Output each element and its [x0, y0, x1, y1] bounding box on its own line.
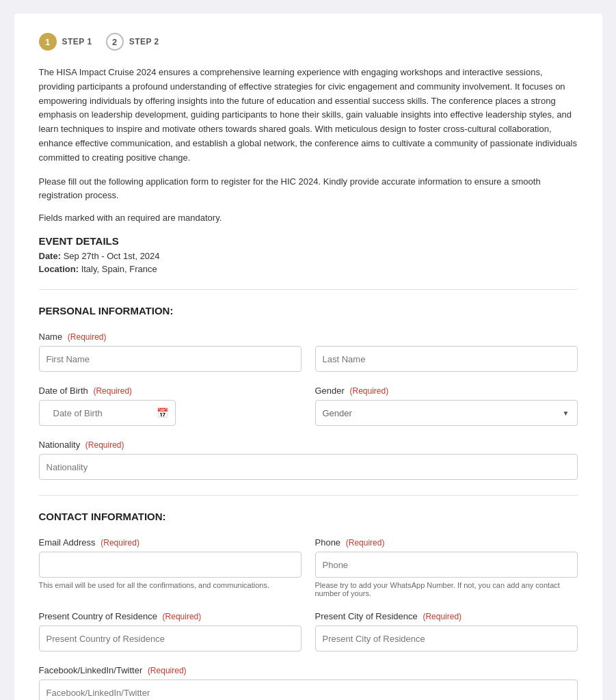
contact-info-title: CONTACT INFORMATION:: [39, 511, 578, 522]
event-date-label: Date:: [39, 251, 62, 261]
event-location-value: Italy, Spain, France: [81, 264, 157, 274]
name-required-tag: (Required): [68, 332, 107, 342]
contact-info-section: CONTACT INFORMATION: Email Address (Requ…: [39, 511, 578, 700]
name-label: Name (Required): [39, 332, 578, 342]
phone-hint: Please try to add your WhatsApp Number. …: [315, 581, 578, 597]
event-details-section: EVENT DETAILS Date: Sep 27th - Oct 1st, …: [39, 235, 578, 274]
country-required-tag: (Required): [163, 612, 202, 621]
email-label: Email Address (Required): [39, 537, 302, 548]
event-location: Location: Italy, Spain, France: [39, 264, 578, 274]
name-group: Name (Required): [39, 332, 578, 372]
country-input[interactable]: [39, 625, 302, 651]
email-required-tag: (Required): [101, 538, 139, 548]
dob-col: Date of Birth (Required) 📅: [39, 386, 302, 426]
divider-2: [39, 495, 578, 496]
city-input[interactable]: [315, 625, 578, 651]
personal-info-section: PERSONAL INFORMATION: Name (Required) Da…: [39, 305, 578, 480]
country-label: Present Country of Residence (Required): [39, 611, 302, 621]
event-date-value: Sep 27th - Oct 1st, 2024: [64, 251, 160, 261]
social-input[interactable]: [39, 679, 578, 700]
gender-select[interactable]: Gender Male Female Non-binary Prefer not…: [315, 400, 578, 426]
nationality-required-tag: (Required): [85, 440, 124, 450]
email-col: Email Address (Required) This email will…: [39, 537, 302, 597]
social-label: Facebook/LinkedIn/Twitter (Required): [39, 665, 578, 675]
step-2-circle: 2: [106, 33, 124, 51]
description-text: The HISA Impact Cruise 2024 ensures a co…: [39, 66, 578, 165]
first-name-input[interactable]: [39, 346, 302, 372]
city-col: Present City of Residence (Required): [315, 611, 578, 651]
step-1-label: STEP 1: [62, 37, 92, 46]
step-1-circle: 1: [39, 33, 57, 51]
dob-gender-row: Date of Birth (Required) 📅 Gender (Requi…: [39, 386, 578, 426]
email-input[interactable]: [39, 552, 302, 578]
first-name-col: [39, 346, 302, 372]
dob-required-tag: (Required): [93, 386, 132, 396]
phone-label: Phone (Required): [315, 537, 578, 548]
step-2-label: STEP 2: [129, 37, 159, 46]
email-hint: This email will be used for all the conf…: [39, 581, 302, 589]
country-col: Present Country of Residence (Required): [39, 611, 302, 651]
mandatory-note: Fields marked with an required are manda…: [39, 213, 578, 223]
nationality-label: Nationality (Required): [39, 440, 578, 450]
event-date: Date: Sep 27th - Oct 1st, 2024: [39, 251, 578, 261]
gender-select-wrapper: Gender Male Female Non-binary Prefer not…: [315, 400, 578, 426]
calendar-icon: 📅: [157, 407, 168, 418]
city-label: Present City of Residence (Required): [315, 611, 578, 621]
phone-required-tag: (Required): [346, 538, 385, 548]
steps-bar: 1 STEP 1 2 STEP 2: [39, 33, 578, 51]
personal-info-title: PERSONAL INFORMATION:: [39, 305, 578, 317]
city-required-tag: (Required): [423, 612, 461, 621]
page-container: 1 STEP 1 2 STEP 2 The HISA Impact Cruise…: [14, 14, 602, 700]
name-fields-row: [39, 346, 578, 372]
social-group: Facebook/LinkedIn/Twitter (Required) Kin…: [39, 665, 578, 700]
country-city-row: Present Country of Residence (Required) …: [39, 611, 578, 651]
step-2-item: 2 STEP 2: [106, 33, 159, 51]
step-1-item: 1 STEP 1: [39, 33, 92, 51]
event-details-title: EVENT DETAILS: [39, 235, 578, 247]
event-location-label: Location:: [39, 264, 79, 274]
last-name-input[interactable]: [315, 346, 578, 372]
dob-input[interactable]: [46, 400, 152, 426]
dob-input-wrapper[interactable]: 📅: [39, 400, 176, 426]
phone-input[interactable]: [315, 552, 578, 578]
social-required-tag: (Required): [148, 666, 187, 675]
gender-col: Gender (Required) Gender Male Female Non…: [315, 386, 578, 426]
email-phone-row: Email Address (Required) This email will…: [39, 537, 578, 597]
last-name-col: [315, 346, 578, 372]
gender-required-tag: (Required): [350, 386, 389, 396]
dob-label: Date of Birth (Required): [39, 386, 302, 396]
nationality-input[interactable]: [39, 454, 578, 480]
fill-instruction: Please fill out the following applicatio…: [39, 175, 578, 204]
phone-col: Phone (Required) Please try to add your …: [315, 537, 578, 597]
gender-label: Gender (Required): [315, 386, 578, 396]
divider-1: [39, 289, 578, 290]
nationality-group: Nationality (Required): [39, 440, 578, 480]
